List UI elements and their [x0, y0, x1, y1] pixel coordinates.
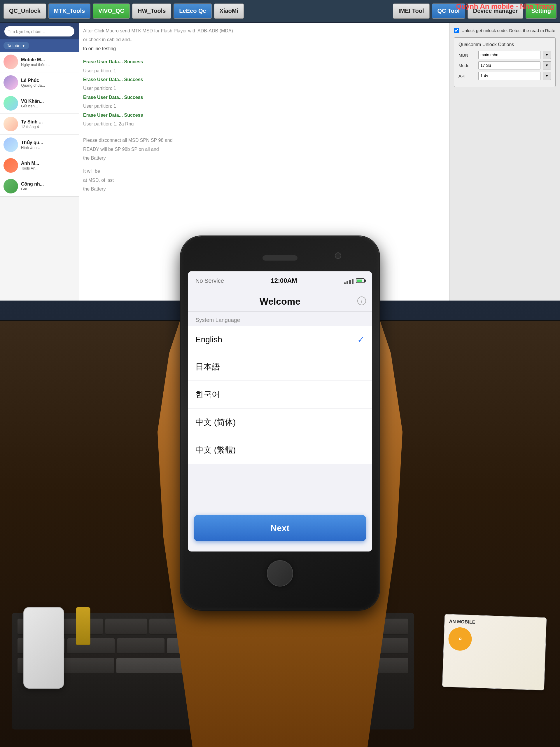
form-browse-api[interactable]: ▼	[543, 72, 551, 80]
unlock-checkbox[interactable]	[454, 28, 459, 33]
avatar	[3, 137, 18, 152]
sticker-paper: AN MOBILE ☯	[442, 614, 547, 690]
info-icon[interactable]: i	[357, 297, 366, 305]
chat-search[interactable]: Tìm bạn bè, nhóm...	[4, 26, 74, 36]
chat-info: Công nh... Gm...	[21, 181, 75, 191]
chat-item-thuy[interactable]: Thủy qu... Hình ảnh...	[0, 134, 79, 155]
avatar	[3, 75, 18, 90]
language-item-korean[interactable]: 한국어	[188, 381, 372, 409]
home-button[interactable]	[267, 560, 293, 587]
taskbar-btn-imei-tool[interactable]: IMEI Tool	[393, 3, 429, 19]
form-row-mbn: MBN ▼	[458, 51, 551, 59]
dialog-title: Qualcomm Unlock Options	[458, 42, 551, 47]
taskbar: QC_Unlock MTK_Tools VIVO_QC HW_Tools LeE…	[0, 0, 560, 22]
form-browse-mode[interactable]: ▼	[543, 61, 551, 70]
unlock-option-label: Unlock get unlock code: Detect the read …	[461, 28, 555, 33]
form-row-mode: Mode ▼	[458, 61, 551, 70]
taskbar-btn-mtk-tools[interactable]: MTK_Tools	[48, 3, 90, 19]
form-row-api: API ▼	[458, 72, 551, 80]
avatar	[3, 179, 18, 194]
section-label-system-language: System Language	[188, 312, 372, 326]
status-icons	[344, 278, 365, 284]
message-line: User partition: 1	[83, 68, 445, 74]
avatar	[3, 55, 18, 69]
chat-info: Mobile M... Ngày mai thêm...	[21, 57, 75, 67]
message-line-success: Erase User Data... Success	[83, 112, 445, 119]
chat-header: Tìm bạn bè, nhóm...	[0, 23, 79, 40]
next-button-area: Next	[194, 515, 366, 541]
taskbar-btn-xiaomi[interactable]: XiaoMi	[214, 3, 244, 19]
language-name-english: English	[195, 335, 222, 344]
phone-speaker	[263, 255, 297, 261]
chat-info: Vũ Khán... Gửi bạn...	[21, 99, 75, 108]
language-item-japanese[interactable]: 日本語	[188, 353, 372, 381]
unlock-option-row: Unlock get unlock code: Detect the read …	[454, 28, 556, 33]
taskbar-btn-hw-tools[interactable]: HW_Tools	[132, 3, 171, 19]
message-line-success: Erase User Data... Success	[83, 76, 445, 83]
signal-strength-icon	[344, 278, 353, 284]
status-bar: No Service 12:00AM	[188, 272, 372, 290]
avatar	[3, 158, 18, 173]
language-name-japanese: 日本語	[195, 361, 220, 372]
carrier-label: No Service	[195, 278, 224, 284]
message-line: the Battery	[83, 155, 445, 161]
form-input-api[interactable]	[478, 72, 540, 80]
form-input-mbn[interactable]	[478, 51, 540, 59]
language-list: English ✓ 日本語 한국어 中文 (简体) 中文 (繁體)	[188, 326, 372, 464]
chat-item-ty-sinh[interactable]: Ty Sinh ... 12 tháng 4	[0, 114, 79, 134]
message-line: or check in cabled and...	[83, 36, 445, 43]
chat-info: Ánh M... Tools An...	[21, 161, 75, 171]
next-button[interactable]: Next	[194, 515, 366, 541]
message-line-success: Erase User Data... Success	[83, 59, 445, 65]
language-name-chinese-simplified: 中文 (简体)	[195, 417, 236, 428]
form-label-mbn: MBN	[458, 53, 476, 57]
chat-item-vu-khan[interactable]: Vũ Khán... Gửi bạn...	[0, 93, 79, 114]
checkmark-icon: ✓	[357, 334, 365, 344]
chat-info: Lê Phúc Quang chưa...	[21, 78, 75, 87]
phone-camera	[335, 252, 341, 259]
message-line: READY will be SP 98b SP on all and	[83, 146, 445, 153]
language-item-english[interactable]: English ✓	[188, 326, 372, 353]
workshop-table: No Service 12:00AM	[0, 321, 560, 747]
form-browse-mbn[interactable]: ▼	[543, 51, 551, 59]
battery-fill	[357, 280, 362, 282]
message-line: at MSD, of last	[83, 177, 445, 183]
welcome-title: Welcome	[260, 296, 300, 307]
avatar	[3, 96, 18, 110]
message-line: User partition: 1	[83, 85, 445, 92]
chat-item-anh-m[interactable]: Ánh M... Tools An...	[0, 155, 79, 176]
message-line: User partition: 1, 2a Rng	[83, 121, 445, 127]
taskbar-btn-qc-unlock[interactable]: QC_Unlock	[3, 3, 46, 19]
chat-item-mobile[interactable]: Mobile M... Ngày mai thêm...	[0, 52, 79, 72]
form-label-api: API	[458, 74, 476, 78]
qualcomm-dialog: Qualcomm Unlock Options MBN ▼ Mode ▼ API…	[454, 37, 556, 87]
chat-info: Ty Sinh ... 12 tháng 4	[21, 119, 75, 129]
message-line: User partition: 1	[83, 103, 445, 109]
message-line-success: Erase User Data... Success	[83, 94, 445, 101]
message-line: It will be	[83, 168, 445, 175]
taskbar-btn-leeco-qc[interactable]: LeEco Qc	[174, 3, 211, 19]
language-name-korean: 한국어	[195, 389, 220, 400]
tab-ta-than[interactable]: Ta thân ▼	[3, 42, 29, 49]
language-item-chinese-traditional[interactable]: 中文 (繁體)	[188, 436, 372, 464]
form-label-mode: Mode	[458, 63, 476, 68]
taskbar-btn-vivo-qc[interactable]: VIVO_QC	[93, 3, 130, 19]
chat-item-le-phuc[interactable]: Lê Phúc Quang chưa...	[0, 72, 79, 93]
message-line: After Click Macro send MTK MSD for Flash…	[83, 28, 445, 34]
message-line: Please disconnect all MSD SPN SP 98 and	[83, 134, 445, 144]
language-item-chinese-simplified[interactable]: 中文 (简体)	[188, 409, 372, 436]
sticker-logo: ☯	[448, 627, 472, 651]
battery-icon	[356, 278, 365, 283]
form-input-mode[interactable]	[478, 61, 540, 70]
avatar	[3, 117, 18, 131]
message-line: to online testing	[83, 46, 445, 52]
brand-label: Quỳnh An mobile - Nha Trang	[456, 2, 554, 10]
chat-item-cong-nh[interactable]: Công nh... Gm...	[0, 176, 79, 197]
phone-screen: No Service 12:00AM	[188, 272, 372, 551]
welcome-header: Welcome i	[188, 290, 372, 312]
phone-device: No Service 12:00AM	[181, 236, 379, 610]
message-line: the Battery	[83, 186, 445, 192]
chat-info: Thủy qu... Hình ảnh...	[21, 140, 75, 150]
language-name-chinese-traditional: 中文 (繁體)	[195, 444, 236, 456]
time-display: 12:00AM	[271, 277, 297, 284]
